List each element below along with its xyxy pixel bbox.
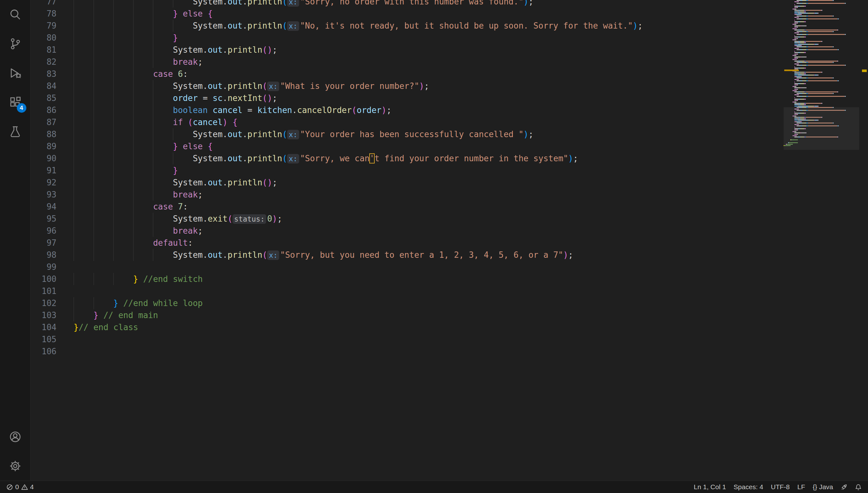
line-number[interactable]: 103 (31, 309, 74, 321)
line-number[interactable]: 88 (31, 128, 74, 140)
line-number[interactable]: 78 (31, 8, 74, 20)
status-java-server-mode[interactable] (837, 481, 851, 493)
indent-guide (74, 189, 94, 201)
code-line-text[interactable]: default: (74, 237, 868, 249)
line-number[interactable]: 82 (31, 56, 74, 68)
line-number[interactable]: 84 (31, 80, 74, 92)
line-number[interactable]: 91 (31, 165, 74, 176)
minimap[interactable] (784, 0, 859, 150)
editor[interactable]: 77System.out.println(x:"Sorry, no order … (31, 0, 868, 480)
line-number[interactable]: 100 (31, 273, 74, 285)
code-line-text[interactable]: break; (74, 56, 868, 68)
code-line-text[interactable]: } (74, 165, 868, 176)
code-line-text[interactable]: } // end main (74, 309, 868, 321)
line-number[interactable]: 98 (31, 249, 74, 261)
line-number[interactable]: 99 (31, 261, 74, 273)
code-line-text[interactable]: } //end while loop (74, 297, 868, 309)
activity-bar-settings[interactable] (0, 451, 30, 480)
code-line-text[interactable]: } else { (74, 140, 868, 152)
minimap-slider[interactable] (784, 107, 859, 150)
activity-bar-run-debug[interactable] (0, 59, 30, 88)
code-line-text[interactable]: } //end switch (74, 273, 868, 285)
line-number[interactable]: 79 (31, 20, 74, 32)
status-notifications[interactable] (851, 481, 866, 493)
line-number[interactable]: 90 (31, 152, 74, 165)
status-indentation[interactable]: Spaces: 4 (730, 481, 767, 493)
code-line-text[interactable] (74, 345, 868, 358)
line-number[interactable]: 86 (31, 104, 74, 116)
indent-guide (74, 140, 94, 152)
line-number[interactable]: 85 (31, 92, 74, 104)
indent-guide (74, 225, 94, 237)
status-eol[interactable]: LF (794, 481, 809, 493)
token (178, 9, 183, 18)
token (173, 202, 178, 211)
code-line-text[interactable] (74, 333, 868, 345)
line-number[interactable]: 102 (31, 297, 74, 309)
line-number[interactable]: 81 (31, 44, 74, 56)
code-line-text[interactable] (74, 285, 868, 297)
code-line-text[interactable]: }// end class (74, 321, 868, 333)
line-number[interactable]: 87 (31, 116, 74, 128)
code-line-text[interactable]: boolean cancel = kitchen.cancelOrder(ord… (74, 104, 868, 116)
source-control-icon (8, 37, 22, 50)
line-number[interactable]: 83 (31, 68, 74, 80)
code-line-text[interactable]: case 6: (74, 68, 868, 80)
token: break (173, 226, 198, 236)
line-number[interactable]: 97 (31, 237, 74, 249)
code-line-text[interactable]: order = sc.nextInt(); (74, 92, 868, 104)
code-line-text[interactable]: } (74, 32, 868, 44)
line-number[interactable]: 80 (31, 32, 74, 44)
activity-bar-accounts[interactable] (0, 422, 30, 451)
line-number[interactable]: 89 (31, 140, 74, 152)
overview-ruler-mark (862, 69, 867, 72)
code-area[interactable]: 77System.out.println(x:"Sorry, no order … (31, 0, 868, 358)
code-line-text[interactable]: System.exit(status:0); (74, 213, 868, 225)
code-line-text[interactable]: case 7: (74, 201, 868, 213)
code-line-text[interactable]: System.out.println(x:"No, it's not ready… (74, 20, 868, 32)
indent-guide (94, 176, 114, 189)
line-number[interactable]: 96 (31, 225, 74, 237)
line-number[interactable]: 105 (31, 333, 74, 345)
token: ; (529, 0, 534, 6)
status-problems[interactable]: 0 4 (3, 481, 38, 493)
token: System (193, 154, 223, 163)
code-line: 90System.out.println(x:"Sorry, we can't … (31, 152, 868, 165)
line-number[interactable]: 93 (31, 189, 74, 201)
status-cursor-position[interactable]: Ln 1, Col 1 (690, 481, 730, 493)
activity-bar-source-control[interactable] (0, 29, 30, 59)
code-line-text[interactable]: System.out.println(); (74, 44, 868, 56)
line-number[interactable]: 95 (31, 213, 74, 225)
code-line-text[interactable]: System.out.println(); (74, 176, 868, 189)
code-line-text[interactable]: } else { (74, 8, 868, 20)
line-number[interactable]: 94 (31, 201, 74, 213)
line-number[interactable]: 92 (31, 176, 74, 189)
activity-bar-extensions[interactable]: 4 (0, 88, 30, 117)
code-line-text[interactable]: System.out.println(x:"What is your order… (74, 80, 868, 92)
status-language-mode[interactable]: {} Java (809, 481, 837, 493)
code-line-text[interactable]: System.out.println(x:"Sorry, but you nee… (74, 249, 868, 261)
status-encoding[interactable]: UTF-8 (767, 481, 794, 493)
indent-guide (113, 225, 133, 237)
code-line-text[interactable] (74, 261, 868, 273)
code-line-text[interactable]: System.out.println(x:"Sorry, we can't fi… (74, 152, 868, 165)
token: } (173, 166, 178, 175)
code-line-text[interactable]: break; (74, 225, 868, 237)
line-number[interactable]: 106 (31, 345, 74, 358)
code-line-text[interactable]: System.out.println(x:"Your order has bee… (74, 128, 868, 140)
token: . (223, 93, 228, 103)
code-line-text[interactable]: if (cancel) { (74, 116, 868, 128)
token: ; (529, 130, 534, 139)
code-line-text[interactable]: System.out.println(x:"Sorry, no order wi… (74, 0, 868, 8)
token: out (208, 81, 223, 91)
activity-bar-search[interactable] (0, 0, 30, 29)
token: { (232, 117, 238, 127)
line-number[interactable]: 101 (31, 285, 74, 297)
line-number[interactable]: 77 (31, 0, 74, 8)
activity-bar-testing[interactable] (0, 117, 30, 146)
line-number[interactable]: 104 (31, 321, 74, 333)
code-line-text[interactable]: break; (74, 189, 868, 201)
vscode-window: 4 77System.out.println(x:"Sorry, no orde… (0, 0, 868, 493)
token: kitchen (257, 105, 292, 115)
indent-guide (74, 32, 94, 44)
